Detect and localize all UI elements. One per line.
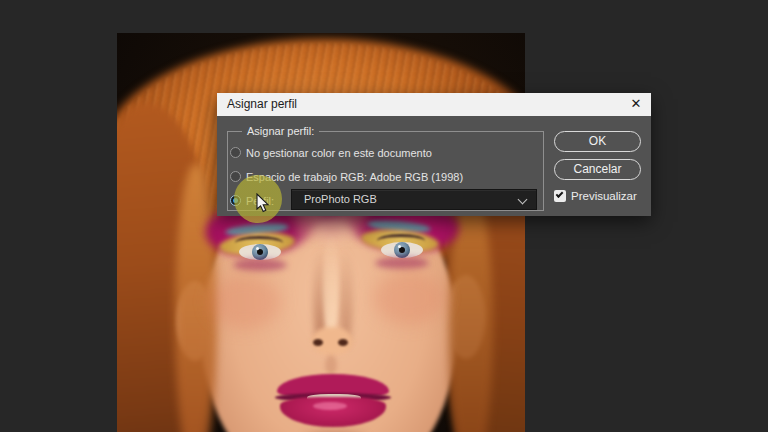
left-eyeliner bbox=[235, 236, 283, 250]
dialog-body: Asignar perfil: No gestionar color en es… bbox=[217, 116, 651, 216]
photoshop-workspace: Asignar perfil ✕ Asignar perfil: No gest… bbox=[0, 0, 768, 432]
cancel-button[interactable]: Cancelar bbox=[554, 159, 641, 180]
nostril-left bbox=[313, 339, 323, 346]
nostril-right bbox=[338, 339, 348, 346]
option-label: Espacio de trabajo RGB: Adobe RGB (1998) bbox=[246, 171, 463, 183]
profile-dropdown-value: ProPhoto RGB bbox=[304, 190, 377, 209]
radio-unselected-icon[interactable] bbox=[230, 147, 241, 158]
check-icon bbox=[556, 190, 564, 198]
dialog-title: Asignar perfil bbox=[227, 97, 297, 111]
mouse-cursor-icon bbox=[256, 193, 270, 213]
preview-checkbox[interactable] bbox=[554, 190, 566, 202]
lip-highlight bbox=[313, 402, 347, 410]
philtrum-shadow bbox=[325, 355, 337, 375]
right-eyeliner bbox=[377, 234, 425, 248]
radio-unselected-icon[interactable] bbox=[230, 171, 241, 182]
nose-bridge-highlight bbox=[323, 233, 339, 338]
preview-checkbox-label: Previsualizar bbox=[571, 190, 637, 203]
close-icon[interactable]: ✕ bbox=[621, 93, 651, 116]
ok-button[interactable]: OK bbox=[554, 131, 641, 152]
cheek-blush-left bbox=[209, 275, 281, 329]
group-label: Asignar perfil: bbox=[242, 124, 319, 138]
profile-dropdown[interactable]: ProPhoto RGB bbox=[291, 189, 537, 210]
cheek-blush-right bbox=[373, 271, 445, 325]
dialog-titlebar[interactable]: Asignar perfil ✕ bbox=[217, 93, 651, 116]
left-undereye-shadow bbox=[233, 259, 287, 271]
right-undereye-shadow bbox=[375, 257, 429, 269]
option-label: No gestionar color en este documento bbox=[246, 147, 432, 159]
assign-profile-dialog: Asignar perfil ✕ Asignar perfil: No gest… bbox=[217, 93, 651, 216]
chevron-down-icon bbox=[518, 195, 528, 205]
